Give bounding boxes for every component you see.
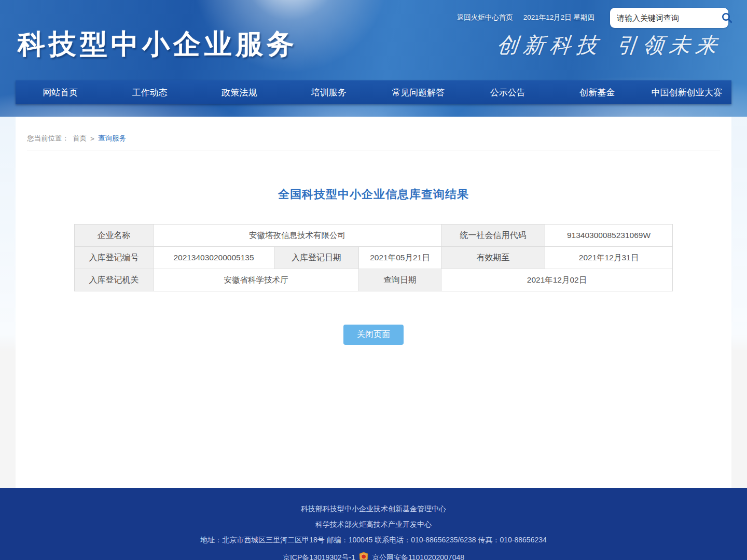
label-company-name: 企业名称 <box>74 225 153 247</box>
page: 返回火炬中心首页 2021年12月2日 星期四 科技型中小企业服务 创新科技引领… <box>0 0 747 560</box>
slogan-part2: 引领未来 <box>615 33 724 58</box>
footer: 科技部科技型中小企业技术创新基金管理中心 科学技术部火炬高技术产业开发中心 地址… <box>0 488 747 560</box>
page-title: 全国科技型中小企业信息库查询结果 <box>16 187 731 202</box>
topbar: 返回火炬中心首页 2021年12月2日 星期四 <box>457 7 728 28</box>
footer-address-line: 地址：北京市西城区三里河二区甲18号 邮编：100045 联系电话：010-88… <box>0 536 747 543</box>
search-input[interactable] <box>617 13 720 22</box>
footer-org-line1: 科技部科技型中小企业技术创新基金管理中心 <box>0 488 747 512</box>
table-row: 企业名称 安徽塔孜信息技术有限公司 统一社会信用代码 9134030008523… <box>74 225 672 247</box>
search-box[interactable] <box>610 8 728 28</box>
nav-item-work-news[interactable]: 工作动态 <box>105 80 195 104</box>
site-slogan: 创新科技引领未来 <box>495 31 724 60</box>
current-date: 2021年12月2日 星期四 <box>523 13 594 22</box>
value-registration-date: 2021年05月21日 <box>358 247 441 269</box>
breadcrumb-separator: > <box>90 135 94 143</box>
nav-item-announcements[interactable]: 公示公告 <box>463 80 553 104</box>
police-badge-icon <box>358 552 369 560</box>
label-credit-code: 统一社会信用代码 <box>441 225 545 247</box>
breadcrumb-home-link[interactable]: 首页 <box>73 134 87 143</box>
content-panel: 您当前位置： 首页 > 查询服务 全国科技型中小企业信息库查询结果 企业名称 安… <box>16 117 731 488</box>
label-registration-date: 入库登记日期 <box>274 247 358 269</box>
footer-org-line2: 科学技术部火炬高技术产业开发中心 <box>0 521 747 528</box>
value-query-date: 2021年12月02日 <box>441 269 673 291</box>
nav-item-policies[interactable]: 政策法规 <box>195 80 284 104</box>
main-nav: 网站首页 工作动态 政策法规 培训服务 常见问题解答 公示公告 创新基金 中国创… <box>16 80 731 104</box>
label-registration-agency: 入库登记机关 <box>74 269 153 291</box>
icp-record-link[interactable]: 京ICP备13019302号-1 <box>283 554 355 560</box>
nav-item-home[interactable]: 网站首页 <box>16 80 105 104</box>
table-row: 入库登记编号 202134030200005135 入库登记日期 2021年05… <box>74 247 672 269</box>
close-page-button[interactable]: 关闭页面 <box>343 325 404 345</box>
value-registration-agency: 安徽省科学技术厅 <box>153 269 358 291</box>
value-company-name: 安徽塔孜信息技术有限公司 <box>153 225 441 247</box>
torch-center-home-link[interactable]: 返回火炬中心首页 <box>457 13 513 22</box>
table-row: 入库登记机关 安徽省科学技术厅 查询日期 2021年12月02日 <box>74 269 672 291</box>
nav-item-faq[interactable]: 常见问题解答 <box>374 80 463 104</box>
site-logo[interactable]: 科技型中小企业服务 <box>18 26 298 63</box>
nav-item-innovation-fund[interactable]: 创新基金 <box>552 80 642 104</box>
footer-record-line: 京ICP备13019302号-1 京公网安备11010202007048 <box>0 552 747 560</box>
breadcrumb-prefix: 您当前位置： <box>27 134 69 143</box>
label-query-date: 查询日期 <box>358 269 441 291</box>
label-valid-until: 有效期至 <box>441 247 545 269</box>
value-credit-code: 91340300085231069W <box>545 225 673 247</box>
breadcrumb: 您当前位置： 首页 > 查询服务 <box>27 117 720 150</box>
breadcrumb-current-link[interactable]: 查询服务 <box>98 134 126 143</box>
query-result-table: 企业名称 安徽塔孜信息技术有限公司 统一社会信用代码 9134030008523… <box>74 224 673 291</box>
slogan-part1: 创新科技 <box>496 33 604 58</box>
search-icon[interactable] <box>720 11 734 24</box>
nav-item-training[interactable]: 培训服务 <box>284 80 374 104</box>
label-registration-number: 入库登记编号 <box>74 247 153 269</box>
police-record-link[interactable]: 京公网安备11010202007048 <box>372 554 464 560</box>
nav-item-competition[interactable]: 中国创新创业大赛 <box>642 80 732 104</box>
value-valid-until: 2021年12月31日 <box>545 247 673 269</box>
value-registration-number: 202134030200005135 <box>153 247 274 269</box>
